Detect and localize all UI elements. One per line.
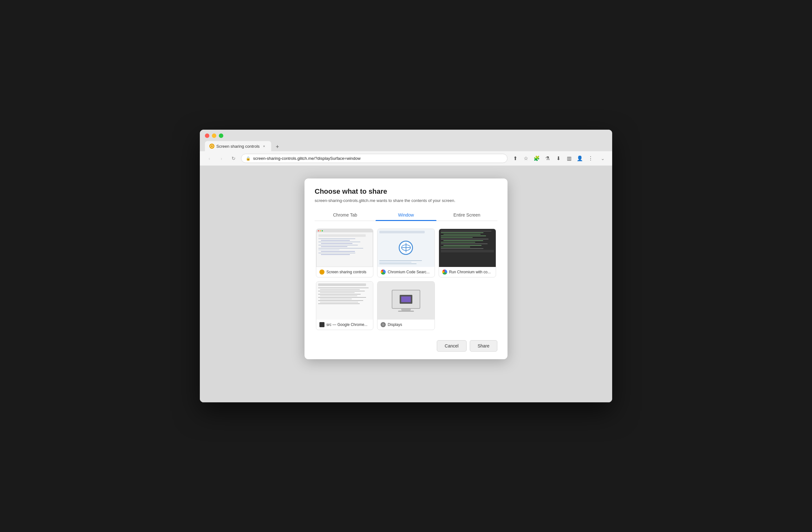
- extensions-icon[interactable]: 🧩: [532, 154, 541, 163]
- nav-bar: ‹ › ↻ 🔒 screen-sharing-controls.glitch.m…: [200, 151, 612, 166]
- tab-close-button[interactable]: ×: [262, 144, 267, 149]
- share-dialog: Choose what to share screen-sharing-cont…: [304, 178, 508, 359]
- bookmark-icon[interactable]: ☆: [521, 154, 530, 163]
- dialog-footer: Cancel Share: [315, 339, 497, 352]
- cancel-button[interactable]: Cancel: [437, 340, 467, 352]
- window-label-5: Displays: [377, 320, 434, 330]
- address-bar[interactable]: 🔒 screen-sharing-controls.glitch.me/?dis…: [241, 154, 508, 163]
- window-label-4: src — Google Chrome...: [316, 320, 373, 330]
- share-icon[interactable]: ⬆: [511, 154, 520, 163]
- title-bar: Screen sharing controls × +: [200, 130, 612, 151]
- forward-button[interactable]: ›: [217, 154, 226, 163]
- window-thumbnail-3: [439, 229, 496, 267]
- window-label-3: Run Chromium with co...: [439, 267, 496, 277]
- windows-grid-top: Screen sharing controls: [315, 226, 497, 280]
- tab-window[interactable]: Window: [376, 209, 436, 221]
- window-thumbnail-5: [377, 282, 434, 320]
- sidebar-icon[interactable]: ▥: [565, 154, 574, 163]
- lab-icon[interactable]: ⚗: [543, 154, 552, 163]
- window-favicon-5: [381, 322, 386, 327]
- share-tabs: Chrome Tab Window Entire Screen: [315, 209, 497, 221]
- window-label-text-4: src — Google Chrome...: [327, 322, 367, 327]
- address-text: screen-sharing-controls.glitch.me/?displ…: [253, 156, 503, 161]
- window-item-displays[interactable]: Displays: [377, 281, 435, 330]
- window-label-2: Chromium Code Searc...: [377, 267, 434, 277]
- dropdown-button[interactable]: ⌄: [598, 154, 607, 163]
- window-thumbnail-4: [316, 282, 373, 320]
- share-button[interactable]: Share: [470, 340, 497, 352]
- browser-window: Screen sharing controls × + ‹ › ↻ 🔒 scre…: [200, 130, 612, 402]
- reload-button[interactable]: ↻: [229, 154, 238, 163]
- tab-bar: Screen sharing controls × +: [205, 141, 607, 151]
- dialog-subtitle: screen-sharing-controls.glitch.me wants …: [315, 198, 497, 203]
- window-label-text-3: Run Chromium with co...: [449, 270, 491, 274]
- profile-icon[interactable]: 👤: [575, 154, 584, 163]
- window-item-screen-sharing[interactable]: Screen sharing controls: [316, 228, 373, 277]
- active-tab[interactable]: Screen sharing controls ×: [205, 141, 271, 151]
- tab-favicon: [209, 144, 214, 149]
- window-thumbnail-1: [316, 229, 373, 267]
- toolbar-icons: ⬆ ☆ 🧩 ⚗ ⬇ ▥ 👤 ⋮: [511, 154, 595, 163]
- window-item-src[interactable]: src — Google Chrome...: [316, 281, 373, 330]
- window-favicon-1: [319, 269, 324, 275]
- dialog-title: Choose what to share: [315, 187, 497, 196]
- empty-grid-slot: [439, 281, 496, 330]
- window-label-text-2: Chromium Code Searc...: [388, 270, 430, 274]
- window-label-text-1: Screen sharing controls: [327, 270, 366, 274]
- window-thumbnail-2: [377, 229, 434, 267]
- download-icon[interactable]: ⬇: [554, 154, 563, 163]
- window-item-run-chromium[interactable]: Run Chromium with co...: [439, 228, 496, 277]
- window-item-chromium-search[interactable]: Chromium Code Searc...: [377, 228, 435, 277]
- new-tab-button[interactable]: +: [273, 142, 282, 151]
- windows-grid-bottom: src — Google Chrome...: [315, 280, 497, 332]
- close-button[interactable]: [205, 133, 209, 138]
- window-favicon-4: [319, 322, 324, 327]
- window-label-text-5: Displays: [388, 322, 402, 327]
- tab-entire-screen[interactable]: Entire Screen: [436, 209, 497, 221]
- minimize-button[interactable]: [212, 133, 216, 138]
- menu-icon[interactable]: ⋮: [586, 154, 595, 163]
- back-button[interactable]: ‹: [205, 154, 214, 163]
- window-favicon-3: [442, 269, 447, 275]
- tab-chrome-tab[interactable]: Chrome Tab: [315, 209, 376, 221]
- maximize-button[interactable]: [219, 133, 223, 138]
- window-label-1: Screen sharing controls: [316, 267, 373, 277]
- tab-title: Screen sharing controls: [216, 144, 260, 149]
- lock-icon: 🔒: [246, 156, 250, 161]
- browser-content: Choose what to share screen-sharing-cont…: [200, 166, 612, 402]
- window-favicon-2: [381, 269, 386, 275]
- traffic-lights: [205, 133, 607, 138]
